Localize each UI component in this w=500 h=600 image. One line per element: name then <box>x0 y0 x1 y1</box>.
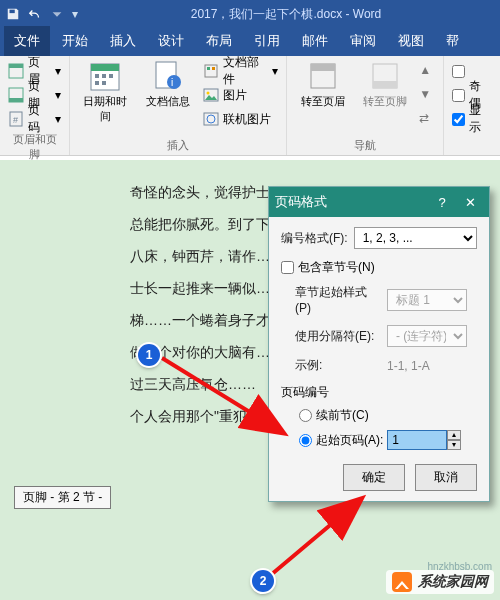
dropdown-icon: ▾ <box>55 64 61 78</box>
prev-icon: ▲ <box>419 63 435 79</box>
continue-label: 续前节(C) <box>316 407 369 424</box>
tab-design[interactable]: 设计 <box>148 26 194 56</box>
title-bar: ▾ 2017，我们一起下个棋.docx - Word <box>0 0 500 28</box>
close-icon: ✕ <box>465 195 476 210</box>
tab-layout[interactable]: 布局 <box>196 26 242 56</box>
continue-radio[interactable] <box>299 409 312 422</box>
page-number-button[interactable]: #页码 ▾ <box>8 108 61 130</box>
svg-point-23 <box>207 115 215 123</box>
start-at-radio[interactable] <box>299 434 312 447</box>
group-label <box>452 151 492 153</box>
dropdown-icon: ▾ <box>55 88 61 102</box>
tab-references[interactable]: 引用 <box>244 26 290 56</box>
goto-header-icon <box>307 60 339 92</box>
online-picture-button[interactable]: 联机图片 <box>203 108 278 130</box>
goto-footer-label: 转至页脚 <box>363 94 407 109</box>
header-icon <box>8 63 24 79</box>
svg-rect-2 <box>9 64 23 68</box>
svg-rect-17 <box>205 65 217 77</box>
watermark-text: 系统家园网 <box>418 573 488 591</box>
watermark: 系统家园网 <box>386 570 494 594</box>
goto-header-label: 转至页眉 <box>301 94 345 109</box>
page-number-icon: # <box>8 111 24 127</box>
date-time-label: 日期和时间 <box>78 94 132 124</box>
goto-header-button[interactable]: 转至页眉 <box>295 60 351 130</box>
group-label: 页眉和页脚 <box>8 130 61 162</box>
spin-down-button[interactable]: ▾ <box>447 440 461 450</box>
dialog-titlebar: 页码格式 ? ✕ <box>269 187 489 217</box>
redo-dropdown-icon[interactable] <box>50 7 64 21</box>
date-time-button[interactable]: 日期和时间 <box>78 60 132 124</box>
link-prev-button[interactable]: ⇄ <box>419 108 435 130</box>
tab-home[interactable]: 开始 <box>52 26 98 56</box>
help-button[interactable]: ? <box>429 191 455 213</box>
svg-rect-4 <box>9 98 23 102</box>
doc-parts-label: 文档部件 <box>223 54 268 88</box>
window-title: 2017，我们一起下个棋.docx - Word <box>78 6 494 23</box>
svg-rect-19 <box>212 67 215 70</box>
watermark-logo-icon <box>392 572 412 592</box>
prev-section-button[interactable]: ▲ <box>419 60 435 82</box>
picture-button[interactable]: 图片 <box>203 84 278 106</box>
page-number-format-dialog: 页码格式 ? ✕ 编号格式(F): 1, 2, 3, ... 包含章节号(N) … <box>268 186 490 502</box>
close-button[interactable]: ✕ <box>457 191 483 213</box>
next-section-button[interactable]: ▼ <box>419 84 435 106</box>
svg-point-21 <box>206 92 209 95</box>
separator-select: - (连字符) <box>387 325 467 347</box>
dialog-body: 编号格式(F): 1, 2, 3, ... 包含章节号(N) 章节起始样式(P)… <box>269 217 489 501</box>
undo-icon[interactable] <box>28 7 42 21</box>
next-icon: ▼ <box>419 87 435 103</box>
tab-mailings[interactable]: 邮件 <box>292 26 338 56</box>
spin-up-button[interactable]: ▴ <box>447 430 461 440</box>
picture-icon <box>203 87 219 103</box>
number-format-select[interactable]: 1, 2, 3, ... <box>354 227 477 249</box>
footer-section-tab: 页脚 - 第 2 节 - <box>14 486 111 509</box>
svg-rect-8 <box>91 64 119 71</box>
tab-review[interactable]: 审阅 <box>340 26 386 56</box>
doc-info-button[interactable]: i 文档信息 <box>141 60 195 109</box>
include-chapter-checkbox[interactable] <box>281 261 294 274</box>
start-at-input[interactable] <box>387 430 447 450</box>
svg-rect-9 <box>95 74 99 78</box>
goto-footer-button[interactable]: 转至页脚 <box>357 60 413 130</box>
separator-label: 使用分隔符(E): <box>295 328 381 345</box>
save-icon[interactable] <box>6 7 20 21</box>
online-picture-label: 联机图片 <box>223 111 271 128</box>
dropdown-icon: ▾ <box>272 64 278 78</box>
ribbon-group-options: 奇偶 显示 <box>444 56 500 155</box>
dropdown-icon: ▾ <box>55 112 61 126</box>
doc-parts-button[interactable]: 文档部件 ▾ <box>203 60 278 82</box>
ribbon-group-nav: 转至页眉 转至页脚 ▲ ▼ ⇄ 导航 <box>287 56 444 155</box>
chapter-subgroup: 章节起始样式(P) 标题 1 使用分隔符(E): - (连字符) 示例: 1-1… <box>295 284 477 374</box>
ribbon-tabs: 文件 开始 插入 设计 布局 引用 邮件 审阅 视图 帮 <box>0 28 500 56</box>
tab-help[interactable]: 帮 <box>436 26 469 56</box>
picture-label: 图片 <box>223 87 247 104</box>
tab-view[interactable]: 视图 <box>388 26 434 56</box>
checkbox[interactable] <box>452 113 465 126</box>
svg-rect-10 <box>102 74 106 78</box>
doc-parts-icon <box>203 63 219 79</box>
svg-rect-27 <box>373 81 397 88</box>
quick-access-toolbar: ▾ <box>6 7 78 21</box>
ok-button[interactable]: 确定 <box>343 464 405 491</box>
svg-rect-18 <box>207 67 210 70</box>
ribbon-group-insert: 日期和时间 i 文档信息 文档部件 ▾ 图片 联机图片 插入 <box>70 56 287 155</box>
callout-1: 1 <box>138 344 160 366</box>
tab-insert[interactable]: 插入 <box>100 26 146 56</box>
page-number-section: 页码编号 续前节(C) 起始页码(A): ▴ ▾ <box>281 384 477 450</box>
svg-text:#: # <box>13 115 18 125</box>
online-picture-icon <box>203 111 219 127</box>
doc-info-icon: i <box>152 60 184 92</box>
tab-file[interactable]: 文件 <box>4 26 50 56</box>
ribbon: 页眉 ▾ 页脚 ▾ #页码 ▾ 页眉和页脚 日期和时间 i 文档信息 文档部件 … <box>0 56 500 156</box>
show-doc-text-check[interactable]: 显示 <box>452 108 492 130</box>
checkbox[interactable] <box>452 89 465 102</box>
show-label: 显示 <box>469 102 492 136</box>
footer-icon <box>8 87 24 103</box>
start-at-spinner: ▴ ▾ <box>387 430 461 450</box>
svg-rect-13 <box>102 81 106 85</box>
svg-point-15 <box>167 75 181 89</box>
cancel-button[interactable]: 取消 <box>415 464 477 491</box>
example-value: 1-1, 1-A <box>387 359 430 373</box>
checkbox[interactable] <box>452 65 465 78</box>
